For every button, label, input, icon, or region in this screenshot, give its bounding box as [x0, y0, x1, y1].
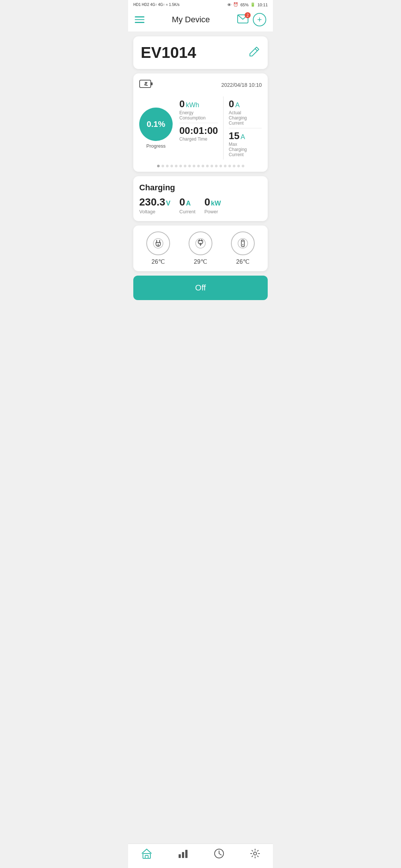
dot-8[interactable]	[188, 165, 191, 167]
status-right: 👁 ⏰ 65% 🔋 10:11	[227, 2, 268, 7]
timestamp: 2022/04/18 10:10	[221, 82, 262, 88]
dot-9[interactable]	[193, 165, 195, 167]
actual-current-metric: 0A Actual Charging Current	[229, 96, 262, 128]
dot-17[interactable]	[228, 165, 231, 167]
voltage-block: 230.3V Voltage	[139, 196, 170, 214]
max-current-value: 15A	[229, 131, 262, 141]
dot-18[interactable]	[233, 165, 235, 167]
max-current-metric: 15A Max Charging Current	[229, 128, 262, 160]
dot-3[interactable]	[166, 165, 169, 167]
nav-stats[interactable]	[178, 848, 188, 861]
dot-12[interactable]	[206, 165, 209, 167]
dot-15[interactable]	[219, 165, 222, 167]
dot-10[interactable]	[197, 165, 200, 167]
svg-rect-22	[179, 854, 181, 858]
add-button[interactable]: +	[253, 13, 266, 26]
max-current-label: Max Charging Current	[229, 142, 262, 157]
dot-1[interactable]	[157, 165, 160, 167]
clock-time: 10:11	[257, 3, 268, 7]
charging-values: 230.3V Voltage 0A Current 0kW Power	[139, 196, 262, 214]
dot-16[interactable]	[224, 165, 226, 167]
main-content: EV1014 2022/04/18 10:10	[128, 32, 273, 844]
progress-value: 0.1%	[147, 119, 165, 129]
dot-7[interactable]	[184, 165, 186, 167]
clock-icon	[214, 848, 224, 861]
settings-icon	[250, 848, 260, 861]
dot-2[interactable]	[162, 165, 164, 167]
battery-icon: 🔋	[250, 2, 255, 7]
divider	[223, 96, 224, 160]
energy-value: 0kWh	[179, 99, 218, 109]
dot-14[interactable]	[215, 165, 218, 167]
power-block: 0kW Power	[204, 196, 221, 214]
dot-11[interactable]	[202, 165, 204, 167]
nav-settings[interactable]	[250, 848, 260, 861]
charged-time-value: 00:01:00	[179, 125, 218, 136]
current-label: Current	[179, 209, 195, 214]
plug-temp-item: 26℃	[146, 231, 170, 265]
off-button[interactable]: Off	[133, 276, 268, 300]
cable-icon	[195, 237, 206, 249]
eye-icon: 👁	[227, 3, 231, 7]
charging-row-card: Charging 230.3V Voltage 0A Current 0kW P…	[133, 176, 268, 221]
dot-5[interactable]	[175, 165, 177, 167]
status-bar: HD1 HD2 4G↑ 4G↑ ≈ 1.5K/s 👁 ⏰ 65% 🔋 10:11	[128, 0, 273, 9]
actual-current-label: Actual Charging Current	[229, 110, 262, 126]
nav-clock[interactable]	[214, 848, 224, 861]
menu-icon[interactable]	[135, 16, 144, 23]
cable-temp-item: 29℃	[189, 231, 212, 265]
device-name-card: EV1014	[133, 36, 268, 69]
svg-rect-17	[241, 240, 244, 247]
header-actions: 2 +	[237, 13, 266, 26]
temperature-row: 26℃ 29℃	[137, 231, 264, 265]
header: My Device 2 +	[128, 9, 273, 32]
plug-icon	[152, 237, 164, 249]
energy-label: Energy Consumption	[179, 110, 218, 121]
left-metrics: 0kWh Energy Consumption 00:01:00 Charged…	[179, 96, 218, 160]
current-block: 0A Current	[179, 196, 195, 214]
device-icon-circle	[231, 231, 255, 255]
home-icon	[141, 848, 152, 861]
nav-home[interactable]	[141, 848, 152, 861]
device-temp-value: 26℃	[236, 258, 250, 265]
dot-19[interactable]	[237, 165, 240, 167]
charging-label: Charging	[139, 183, 262, 193]
plug-icon-circle	[146, 231, 170, 255]
progress-label: Progress	[146, 143, 166, 149]
power-value: 0kW	[204, 196, 221, 208]
stats-icon	[178, 848, 188, 861]
metrics-row: 0.1% Progress 0kWh Energy Consumption 00…	[139, 96, 262, 160]
plus-icon: +	[257, 15, 262, 24]
svg-rect-24	[185, 850, 188, 858]
page-title: My Device	[172, 15, 210, 24]
mail-badge: 2	[245, 12, 251, 18]
device-temp-item: 26℃	[231, 231, 255, 265]
cable-icon-circle	[189, 231, 212, 255]
card-top-row: 2022/04/18 10:10	[139, 79, 262, 91]
svg-rect-20	[143, 854, 150, 858]
dot-20[interactable]	[242, 165, 244, 167]
svg-rect-23	[182, 852, 184, 858]
svg-line-1	[255, 49, 257, 51]
power-label: Power	[204, 209, 221, 214]
charged-time-label: Charged Time	[179, 137, 218, 142]
battery-charging-icon	[139, 79, 153, 91]
right-metrics: 0A Actual Charging Current 15A Max Charg…	[229, 96, 262, 160]
edit-icon[interactable]	[248, 46, 260, 60]
voltage-label: Voltage	[139, 209, 170, 214]
temperature-card: 26℃ 29℃	[133, 226, 268, 271]
status-left: HD1 HD2 4G↑ 4G↑ ≈ 1.5K/s	[133, 3, 179, 7]
dot-13[interactable]	[211, 165, 213, 167]
network-info: HD1 HD2 4G↑ 4G↑ ≈ 1.5K/s	[133, 3, 179, 7]
current-value: 0A	[179, 196, 195, 208]
svg-point-6	[153, 239, 163, 248]
bottom-nav	[128, 844, 273, 868]
pagination-dots	[139, 165, 262, 167]
device-icon	[237, 237, 249, 249]
alarm-icon: ⏰	[233, 2, 238, 7]
dot-4[interactable]	[170, 165, 173, 167]
battery-percent: 65%	[240, 3, 248, 7]
mail-button[interactable]: 2	[237, 14, 248, 25]
svg-rect-4	[151, 82, 153, 85]
dot-6[interactable]	[179, 165, 182, 167]
